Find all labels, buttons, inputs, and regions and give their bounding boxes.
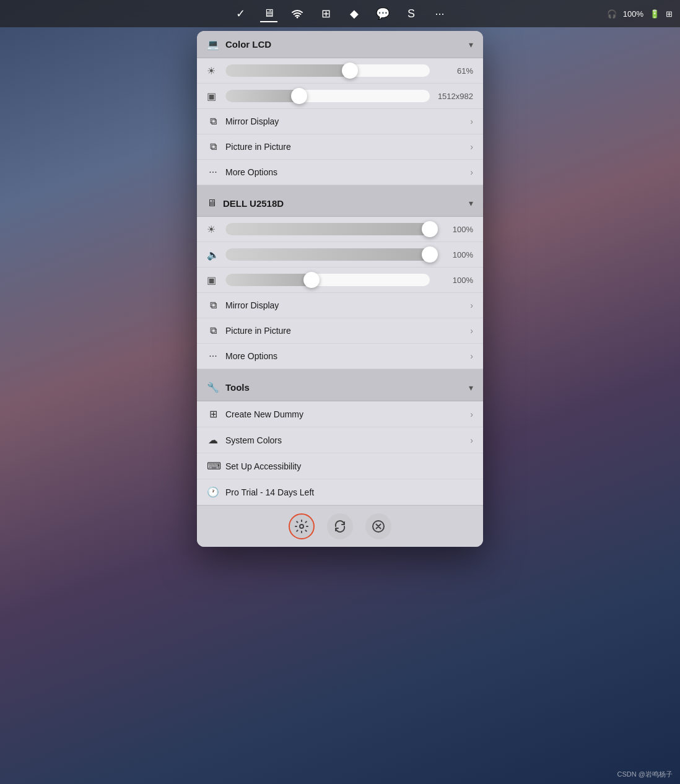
dell-title: DELL U2518D [223,198,284,209]
divider-1 [197,185,483,190]
svg-point-0 [297,17,299,19]
headphone-icon[interactable]: 🎧 [607,9,617,19]
brightness-icon: ☀ [207,65,219,77]
create-dummy-label: Create New Dummy [225,409,303,419]
mirror-display-icon-dell: ⧉ [207,300,219,311]
color-lcd-header-left: 💻 Color LCD [207,38,271,50]
tools-header[interactable]: 🔧 Tools ▾ [197,374,483,401]
resolution-value-lcd: 1512x982 [436,92,473,101]
taskbar-display-icon[interactable]: 🖥 [260,5,277,22]
accessibility-item[interactable]: ⌨ Set Up Accessibility › [197,453,483,479]
taskbar-check-icon[interactable]: ✓ [232,5,249,22]
taskbar-more-icon[interactable]: ··· [431,5,448,22]
volume-icon-dell: 🔈 [207,249,219,261]
mirror-display-label-lcd: Mirror Display [225,116,279,126]
resolution-icon-lcd: ▣ [207,90,219,102]
more-options-label-dell: More Options [225,351,277,361]
create-dummy-arrow: › [470,409,473,419]
more-options-left-dell: ··· More Options [207,351,277,362]
pro-trial-label: Pro Trial - 14 Days Left [225,487,314,497]
pip-arrow-dell: › [470,326,473,336]
pip-item-lcd[interactable]: ⧉ Picture in Picture › [197,134,483,160]
resolution-icon-dell: ▣ [207,274,219,286]
pip-arrow-lcd: › [470,142,473,152]
divider-2 [197,369,483,374]
system-colors-arrow: › [470,435,473,445]
more-options-icon-lcd: ··· [207,167,219,178]
more-options-icon-dell: ··· [207,351,219,362]
brightness-slider-row-dell[interactable]: ☀ 100% [197,217,483,242]
pip-label-lcd: Picture in Picture [225,142,291,152]
more-options-arrow-dell: › [470,351,473,361]
mirror-display-arrow-lcd: › [470,116,473,126]
system-colors-icon: ☁ [207,434,219,446]
volume-value-dell: 100% [436,250,473,259]
pro-trial-item[interactable]: 🕐 Pro Trial - 14 Days Left › [197,479,483,505]
refresh-button[interactable] [327,513,353,539]
dell-header-left: 🖥 DELL U2518D [207,198,284,209]
taskbar-right: 🎧 100% 🔋 ⊞ [607,9,673,19]
mirror-display-item-lcd[interactable]: ⧉ Mirror Display › [197,109,483,134]
pip-label-dell: Picture in Picture [225,326,291,336]
mirror-display-item-dell[interactable]: ⧉ Mirror Display › [197,293,483,318]
more-options-left-lcd: ··· More Options [207,167,277,178]
mirror-display-label-dell: Mirror Display [225,300,279,310]
dell-header[interactable]: 🖥 DELL U2518D ▾ [197,190,483,217]
taskbar-s-icon[interactable]: S [403,5,420,22]
system-colors-label: System Colors [225,435,282,445]
mirror-display-left-dell: ⧉ Mirror Display [207,300,279,311]
pip-left-lcd: ⧉ Picture in Picture [207,141,291,152]
control-center-icon[interactable]: ⊞ [666,9,673,19]
brightness-icon-dell: ☀ [207,224,219,235]
dell-chevron: ▾ [469,198,473,208]
display-panel: 💻 Color LCD ▾ ☀ 61% ▣ 1512x982 ⧉ Mirror … [197,31,483,547]
pip-icon-lcd: ⧉ [207,141,219,152]
gear-button[interactable] [289,513,315,539]
resolution-track-dell[interactable] [225,274,430,286]
tools-title: Tools [225,382,250,393]
brightness-track-dell[interactable] [225,223,430,235]
resolution-slider-row-dell[interactable]: ▣ 100% [197,268,483,293]
create-new-dummy-left: ⊞ Create New Dummy [207,408,303,420]
mirror-display-arrow-dell: › [470,300,473,310]
resolution-value-dell: 100% [436,276,473,285]
brightness-track[interactable] [225,64,430,77]
taskbar-shape-icon[interactable]: ◆ [346,5,363,22]
volume-track-dell[interactable] [225,248,430,261]
laptop-icon: 💻 [207,38,219,50]
system-colors-item[interactable]: ☁ System Colors › [197,427,483,453]
taskbar-wifi-icon[interactable] [289,5,306,22]
pip-item-dell[interactable]: ⧉ Picture in Picture › [197,318,483,344]
close-button[interactable] [365,513,391,539]
mirror-display-icon-lcd: ⧉ [207,116,219,127]
taskbar: ✓ 🖥 ⊞ ◆ 💬 S ··· 🎧 100% 🔋 ⊞ [0,0,680,27]
tools-chevron: ▾ [469,383,473,393]
brightness-slider-row[interactable]: ☀ 61% [197,58,483,84]
more-options-item-lcd[interactable]: ··· More Options › [197,160,483,185]
resolution-track-lcd[interactable] [225,90,430,102]
taskbar-wechat-icon[interactable]: 💬 [374,5,391,22]
battery-icon: 🔋 [650,9,660,19]
resolution-slider-row-lcd[interactable]: ▣ 1512x982 [197,84,483,109]
color-lcd-title: Color LCD [225,39,271,50]
panel-footer [197,505,483,547]
accessibility-icon: ⌨ [207,460,219,472]
pip-icon-dell: ⧉ [207,325,219,336]
brightness-value: 61% [436,66,473,76]
pro-trial-icon: 🕐 [207,486,219,498]
volume-slider-row-dell[interactable]: 🔈 100% [197,242,483,268]
mirror-display-left-lcd: ⧉ Mirror Display [207,116,279,127]
tools-icon: 🔧 [207,381,219,393]
svg-point-1 [300,525,303,528]
pro-trial-left: 🕐 Pro Trial - 14 Days Left [207,486,314,498]
brightness-value-dell: 100% [436,225,473,234]
accessibility-left: ⌨ Set Up Accessibility [207,460,301,472]
taskbar-grid-icon[interactable]: ⊞ [317,5,334,22]
more-options-label-lcd: More Options [225,167,277,177]
monitor-icon: 🖥 [207,198,217,209]
create-new-dummy-item[interactable]: ⊞ Create New Dummy › [197,401,483,427]
color-lcd-header[interactable]: 💻 Color LCD ▾ [197,31,483,58]
watermark: CSDN @岩鸣杨子 [617,770,673,779]
more-options-item-dell[interactable]: ··· More Options › [197,344,483,369]
pip-left-dell: ⧉ Picture in Picture [207,325,291,336]
